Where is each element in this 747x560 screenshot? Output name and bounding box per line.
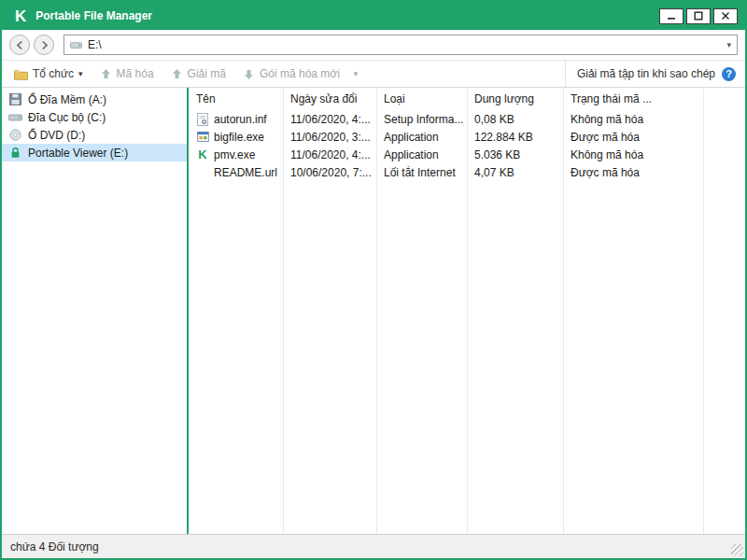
status-bar: chứa 4 Đối tượng (2, 534, 745, 558)
file-size: 122.884 KB (467, 131, 563, 144)
local-disk-icon (8, 112, 22, 123)
column-divider[interactable] (563, 88, 564, 534)
close-button[interactable] (713, 8, 738, 24)
window-controls (659, 8, 740, 24)
toolbar-decrypt-button[interactable]: Giải mã (162, 61, 234, 87)
drive-icon (70, 40, 82, 50)
toolbar-encrypt-label: Mã hóa (117, 67, 154, 80)
chevron-down-icon: ▾ (78, 69, 83, 78)
column-divider[interactable] (467, 88, 468, 534)
column-header-size[interactable]: Dung lượng (467, 92, 563, 105)
decrypt-on-copy-label: Giải mã tập tin khi sao chép (577, 67, 715, 80)
forward-icon (39, 40, 49, 50)
forward-button[interactable] (34, 35, 54, 55)
chevron-down-icon: ▾ (354, 69, 359, 78)
column-header-name[interactable]: Tên (189, 92, 283, 105)
toolbar-right-section: Giải mã tập tin khi sao chép ? (565, 61, 741, 87)
resize-grip[interactable] (731, 544, 743, 556)
toolbar: Tổ chức ▾ Mã hóa Giải mã Gói mã hóa mới … (2, 60, 745, 88)
new-package-arrow-down-icon (243, 68, 255, 80)
column-divider[interactable] (283, 88, 284, 534)
toolbar-decrypt-label: Giải mã (188, 67, 226, 80)
file-encryption-status: Được mã hóa (563, 131, 703, 144)
file-modified: 11/06/2020, 4:... (283, 148, 376, 161)
kaspersky-logo-icon: K (15, 8, 26, 24)
column-header-modified[interactable]: Ngày sửa đổi (283, 92, 376, 105)
toolbar-organize-button[interactable]: Tổ chức ▾ (6, 61, 92, 87)
sidebar-item-dvd-d[interactable]: Ổ DVD (D:) (2, 126, 187, 144)
toolbar-organize-label: Tổ chức (33, 67, 74, 80)
application-icon (196, 131, 209, 144)
file-modified: 11/06/2020, 3:... (283, 131, 376, 144)
portable-file-manager-window: K Portable File Manager E:\ (0, 0, 747, 560)
close-icon (721, 11, 730, 21)
status-text: chứa 4 Đối tượng (10, 540, 99, 553)
setup-file-icon (196, 113, 209, 126)
toolbar-new-package-label: Gói mã hóa mới (260, 67, 340, 80)
back-icon (15, 40, 25, 50)
floppy-drive-icon (8, 93, 22, 105)
column-header-status[interactable]: Trạng thái mã ... (563, 92, 703, 105)
sidebar-item-label: Portable Viewer (E:) (28, 147, 128, 160)
file-type: Application (376, 148, 467, 161)
content-area: Ổ Đĩa Mềm (A:) Đĩa Cục bộ (C:) Ổ DVD (D:… (2, 88, 745, 534)
file-modified: 10/06/2020, 7:... (283, 166, 376, 179)
no-icon (196, 166, 209, 179)
file-modified: 11/06/2020, 4:... (283, 113, 376, 126)
address-dropdown-icon[interactable]: ▾ (726, 40, 731, 49)
minimize-button[interactable] (659, 8, 684, 24)
column-header-type[interactable]: Loại (376, 92, 467, 105)
maximize-button[interactable] (686, 8, 711, 24)
navigation-bar: E:\ ▾ (2, 30, 745, 60)
file-list: Tên Ngày sửa đổi Loại Dung lượng Trạng t… (189, 88, 745, 534)
sidebar-item-portable-viewer-e[interactable]: Portable Viewer (E:) (2, 144, 187, 161)
file-encryption-status: Không mã hóa (563, 113, 703, 126)
toolbar-encrypt-button[interactable]: Mã hóa (92, 61, 162, 87)
title-bar[interactable]: K Portable File Manager (2, 2, 745, 30)
encrypt-arrow-up-icon (100, 68, 112, 80)
address-path: E:\ (88, 38, 102, 51)
file-encryption-status: Không mã hóa (563, 148, 703, 161)
sidebar-item-label: Đĩa Cục bộ (C:) (28, 111, 106, 124)
file-name: bigfile.exe (214, 131, 264, 144)
file-type: Application (376, 131, 467, 144)
file-size: 5.036 KB (467, 148, 563, 161)
address-bar[interactable]: E:\ ▾ (63, 35, 738, 55)
sidebar-item-floppy-a[interactable]: Ổ Đĩa Mềm (A:) (2, 91, 187, 108)
column-divider[interactable] (703, 88, 704, 534)
dvd-drive-icon (8, 129, 22, 141)
toolbar-new-package-button[interactable]: Gói mã hóa mới ▾ (234, 61, 366, 87)
protected-drive-icon (8, 147, 22, 159)
file-type: Setup Informa... (376, 113, 467, 126)
file-name: autorun.inf (214, 113, 267, 126)
drive-tree: Ổ Đĩa Mềm (A:) Đĩa Cục bộ (C:) Ổ DVD (D:… (2, 88, 187, 534)
window-title: Portable File Manager (35, 9, 152, 22)
help-icon[interactable]: ? (722, 67, 736, 81)
sidebar-item-local-disk-c[interactable]: Đĩa Cục bộ (C:) (2, 108, 187, 126)
file-size: 0,08 KB (467, 113, 563, 126)
maximize-icon (694, 11, 703, 21)
minimize-icon (667, 11, 676, 21)
decrypt-arrow-up-icon (171, 68, 183, 80)
file-name: README.url (214, 166, 277, 179)
column-divider[interactable] (376, 88, 377, 534)
kaspersky-app-icon: K (196, 148, 209, 161)
file-name: pmv.exe (214, 148, 255, 161)
file-size: 4,07 KB (467, 166, 563, 179)
file-type: Lối tắt Internet (376, 166, 467, 179)
sidebar-item-label: Ổ DVD (D:) (28, 129, 85, 142)
folder-icon (14, 68, 28, 80)
sidebar-item-label: Ổ Đĩa Mềm (A:) (28, 93, 106, 106)
back-button[interactable] (9, 35, 30, 55)
file-encryption-status: Được mã hóa (563, 166, 703, 179)
